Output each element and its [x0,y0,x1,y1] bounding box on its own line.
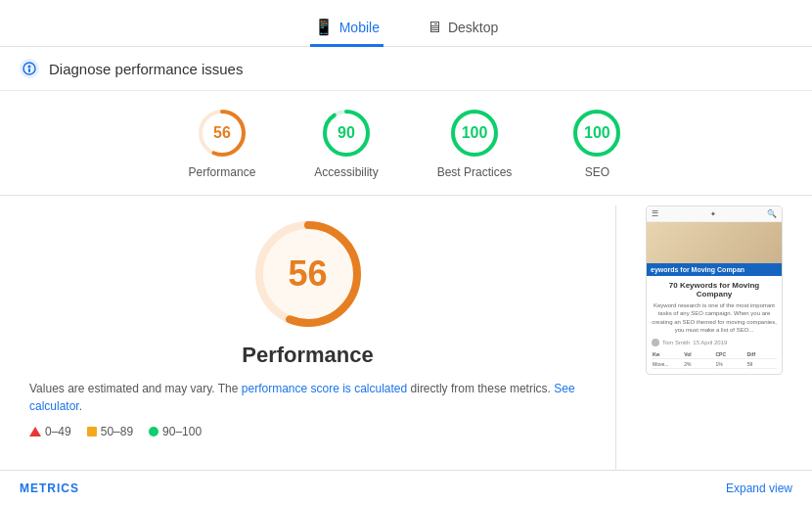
mobile-icon: 📱 [314,18,334,36]
legend-square-icon [87,427,97,436]
legend-range-red: 0–49 [45,425,71,438]
svg-point-1 [28,66,31,69]
bottom-bar: METRICS Expand view [0,470,812,505]
legend: 0–49 50–89 90–100 [29,425,202,438]
preview-article-desc: Keyword research is one of the most impo… [652,301,777,335]
menu-icon: ☰ [652,209,658,218]
legend-item-green: 90–100 [149,425,202,438]
score-value-seo: 100 [584,124,610,142]
preview-hero: eywords for Moving Compan [647,222,782,276]
preview-body: 70 Keywords for Moving Company Keyword r… [647,276,782,374]
perf-title: Performance [29,343,586,368]
perf-desc-text3: . [79,399,82,413]
preview-r1c4: 59 [746,360,777,369]
preview-r1c3: 1% [715,360,745,369]
score-value-accessibility: 90 [338,124,355,142]
metrics-label: METRICS [20,482,79,495]
score-card-best-practices[interactable]: 100 Best Practices [437,107,513,179]
preview-col3: CPC [715,350,745,359]
legend-item-orange: 50–89 [87,425,133,438]
main-content: 56 Performance Values are estimated and … [0,196,812,505]
score-label-seo: SEO [585,165,609,179]
perf-desc: Values are estimated and may vary. The p… [29,380,586,415]
diagnose-bar: Diagnose performance issues [0,47,812,91]
legend-item-red: 0–49 [29,425,71,438]
perf-desc-text1: Values are estimated and may vary. The [29,382,242,395]
legend-triangle-icon [29,427,41,436]
tab-desktop[interactable]: 🖥 Desktop [423,11,502,47]
diagnose-icon [20,59,39,78]
tab-mobile-label: Mobile [339,20,380,35]
score-label-accessibility: Accessibility [314,165,378,179]
preview-col1: Kw [652,350,682,359]
preview-col2: Vol [683,350,713,359]
score-card-performance[interactable]: 56 Performance [189,107,256,179]
desktop-icon: 🖥 [427,19,442,36]
right-panel: ☰ ✦ 🔍 eywords for Moving Compan 70 Keywo… [616,196,812,505]
score-card-accessibility[interactable]: 90 Accessibility [314,107,378,179]
perf-desc-text2: directly from these metrics. [407,382,554,395]
preview-logo: ✦ [710,210,716,218]
legend-circle-icon [149,427,158,436]
preview-col4: Diff [746,350,777,359]
preview-r1c1: Move... [652,360,682,369]
phone-preview: ☰ ✦ 🔍 eywords for Moving Compan 70 Keywo… [646,206,783,375]
score-cards-container: 56 Performance 90 Accessibility [0,91,812,196]
big-circle-container: 56 [29,215,586,333]
score-label-performance: Performance [189,165,256,179]
score-label-best-practices: Best Practices [437,165,513,179]
preview-toolbar: ☰ ✦ 🔍 [647,207,782,222]
preview-avatar [652,339,659,346]
diagnose-title: Diagnose performance issues [49,61,243,77]
legend-range-orange: 50–89 [101,425,133,438]
preview-article-title: 70 Keywords for Moving Company [652,281,777,298]
preview-hero-text: eywords for Moving Compan [651,266,744,273]
tab-desktop-label: Desktop [448,20,498,35]
preview-r1c2: 2% [683,360,713,369]
score-cards: 56 Performance 90 Accessibility [0,107,812,179]
preview-author: Tom Smith 15 April 2019 [652,339,777,346]
perf-link1[interactable]: performance score is calculated [242,382,407,395]
expand-view-button[interactable]: Expand view [726,482,792,495]
legend-range-green: 90–100 [162,425,202,438]
left-panel: 56 Performance Values are estimated and … [0,196,615,505]
big-performance-circle: 56 [249,215,367,333]
preview-hero-overlay: eywords for Moving Compan [647,263,782,276]
score-value-performance: 56 [213,124,231,142]
tabs-bar: 📱 Mobile 🖥 Desktop [0,0,812,47]
score-card-seo[interactable]: 100 SEO [570,107,623,179]
preview-author-name: Tom Smith [662,340,690,345]
big-score-number: 56 [288,253,327,295]
tab-mobile[interactable]: 📱 Mobile [310,10,383,47]
preview-table: Kw Vol CPC Diff Move... 2% 1% 59 [652,350,777,369]
preview-date: 15 April 2019 [693,340,727,345]
svg-rect-2 [28,69,30,72]
score-value-best-practices: 100 [462,124,488,142]
search-icon: 🔍 [767,209,777,218]
